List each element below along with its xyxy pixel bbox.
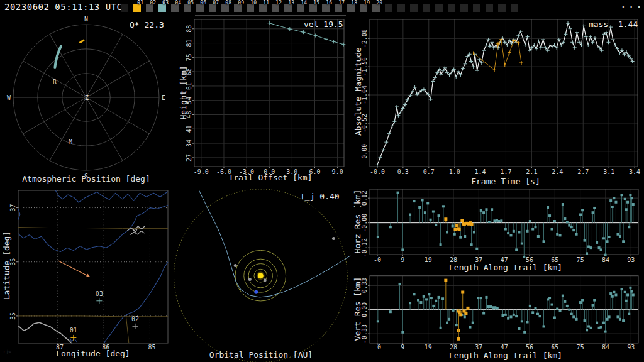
horz-res-chart: -091928374756657584930.12-0.00-0.12 bbox=[361, 189, 638, 263]
svg-text:37: 37 bbox=[475, 344, 482, 351]
svg-text:3.1: 3.1 bbox=[603, 168, 614, 175]
vert-res-yaxis-title: Vert Res [km] bbox=[353, 246, 362, 362]
svg-text:1.4: 1.4 bbox=[474, 168, 486, 175]
svg-text:0.00: 0.00 bbox=[361, 302, 368, 317]
vert-res-chart: -091928374756657584930.330.00-0.33 bbox=[361, 276, 638, 351]
horz-res-xaxis-title: Length Along Trail [km] bbox=[430, 263, 581, 272]
svg-text:Z: Z bbox=[85, 94, 89, 101]
fireball-analysis-app: 20230602 05:11:13 UTC 010203040506070809… bbox=[0, 0, 644, 362]
svg-text:75: 75 bbox=[577, 344, 584, 351]
svg-text:02: 02 bbox=[131, 315, 139, 322]
svg-text:-0: -0 bbox=[374, 256, 381, 263]
polar-caption: Atmospheric Position [deg] bbox=[11, 174, 162, 184]
svg-text:-0: -0 bbox=[374, 344, 381, 351]
svg-text:84: 84 bbox=[602, 344, 609, 351]
mass-value: mass -1.44 bbox=[589, 19, 638, 29]
svg-text:03: 03 bbox=[96, 290, 103, 297]
svg-text:3.4: 3.4 bbox=[629, 168, 640, 175]
svg-text:65: 65 bbox=[551, 344, 558, 351]
svg-text:93: 93 bbox=[627, 344, 635, 351]
svg-text:2.1: 2.1 bbox=[526, 168, 537, 175]
trail-chart: -9.0-6.0-3.00.03.06.09.02734414854616875… bbox=[186, 19, 345, 175]
watermark: rjw bbox=[3, 349, 11, 354]
svg-text:-0.00: -0.00 bbox=[361, 214, 368, 233]
svg-text:9: 9 bbox=[401, 256, 404, 263]
svg-text:-0.0: -0.0 bbox=[370, 168, 385, 175]
tisserand-value: T_j 0.40 bbox=[300, 192, 340, 201]
svg-text:56: 56 bbox=[526, 344, 533, 351]
svg-text:0.7: 0.7 bbox=[423, 168, 435, 175]
lightcurve-chart: -0.00.30.71.01.41.72.12.42.73.13.4-2.08-… bbox=[361, 19, 640, 175]
svg-text:N: N bbox=[84, 16, 88, 23]
q-star-value: Q* 22.3 bbox=[130, 20, 164, 30]
svg-text:19: 19 bbox=[425, 344, 432, 351]
ground-map-chart: -87-86-85353637010203 bbox=[9, 190, 168, 351]
velocity-value: vel 19.5 bbox=[304, 19, 343, 29]
svg-text:01: 01 bbox=[70, 327, 77, 334]
svg-text:R: R bbox=[53, 79, 57, 85]
svg-text:2.7: 2.7 bbox=[577, 168, 589, 175]
svg-text:28: 28 bbox=[450, 344, 457, 351]
svg-text:2.4: 2.4 bbox=[552, 168, 563, 175]
svg-text:47: 47 bbox=[501, 344, 508, 351]
map-yaxis-title: Latitude [deg] bbox=[2, 203, 11, 329]
lightcurve-xaxis-title: Frame Time [s] bbox=[430, 177, 581, 186]
trail-yaxis-title: Height [km] bbox=[179, 30, 188, 156]
orbital-position-chart bbox=[174, 189, 351, 362]
svg-text:E: E bbox=[162, 94, 165, 101]
lightcurve-yaxis-title: Absolute Magnitude bbox=[353, 29, 363, 155]
svg-text:-0.12: -0.12 bbox=[361, 238, 368, 257]
svg-text:1.0: 1.0 bbox=[449, 168, 460, 175]
map-xaxis-title: Longitude [deg] bbox=[18, 349, 169, 358]
svg-text:1.7: 1.7 bbox=[500, 168, 511, 175]
svg-text:84: 84 bbox=[602, 256, 609, 263]
svg-text:-0.33: -0.33 bbox=[361, 324, 368, 343]
vert-res-xaxis-title: Length Along Trail [km] bbox=[430, 351, 581, 360]
atmospheric-position-chart: NSWEZRM bbox=[7, 16, 165, 180]
svg-text:0.12: 0.12 bbox=[361, 190, 368, 206]
svg-text:W: W bbox=[7, 94, 11, 101]
svg-text:0.3: 0.3 bbox=[397, 168, 409, 175]
svg-text:M: M bbox=[69, 138, 72, 145]
trail-xaxis-title: Trail Offset [km] bbox=[195, 173, 346, 182]
svg-text:93: 93 bbox=[627, 256, 635, 263]
svg-text:0.33: 0.33 bbox=[361, 278, 368, 293]
orbit-caption: Orbital Position [AU] bbox=[186, 350, 336, 359]
svg-text:9: 9 bbox=[401, 344, 404, 351]
